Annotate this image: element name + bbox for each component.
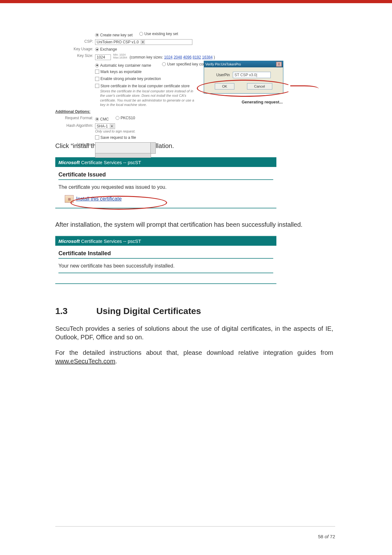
ok-button[interactable]: OK [215,83,234,89]
body-paragraph-1: SecuTech provides a series of solutions … [55,324,333,342]
label-keyusage: Key Usage: [55,47,95,51]
label-keysize: Key Size: [55,53,95,58]
certsvc-box-installed: Microsoft Certificate Services -- pscST … [55,236,276,284]
radio-label: PKCS10 [121,116,135,120]
section-heading: 1.3Using Digital Certificates [55,306,333,316]
certsvc-header: Microsoft Certificate Services -- pscST [55,158,276,167]
radio-label: Create new key set [100,33,133,37]
heading-additional-options: Additional Options: [55,109,333,114]
label-csp: CSP: [55,39,95,44]
keysize-link[interactable]: 16384 [202,55,213,59]
label-userpin: UserPin [216,73,230,77]
section-title: Using Digital Certificates [96,306,201,316]
heading-cert-issued: Certificate Issued [58,171,273,180]
paragraph-instruction-2: After installation, the system will prom… [55,221,333,228]
scrollbar-horizontal[interactable] [95,153,151,158]
radio-cmc[interactable]: CMC [95,117,109,121]
content-area: Create new key set Use existing key set … [55,32,333,373]
certificate-icon: ▦ [65,195,74,203]
radio-exchange[interactable]: Exchange [95,47,117,52]
label-hash: Hash Algorithm: [55,123,95,128]
radio-pkcs10[interactable]: PKCS10 [116,116,135,120]
chevron-down-icon: ▾ [110,124,114,128]
keysize-link[interactable]: 1024 [164,55,173,59]
page-footer: 58 of 72 [318,534,335,539]
checkbox-label: Enable strong private key protection [100,77,161,81]
certsvc-box-issued: Microsoft Certificate Services -- pscST … [55,157,276,208]
radio-create-new-key[interactable]: Create new key set [95,33,133,37]
select-hash[interactable]: SHA-1▾ [95,123,115,129]
close-button[interactable]: X [276,62,282,67]
checkbox-mark-exportable[interactable]: Mark keys as exportable [95,70,142,74]
checkbox-strong-protection[interactable]: Enable strong private key protection [95,77,161,81]
page: Create new key set Use existing key set … [0,0,392,555]
checkbox-label: Store certificate in the local computer … [100,84,190,88]
hash-note: Only used to sign request. [95,129,333,133]
checkbox-local-store[interactable]: Store certificate in the local computer … [95,84,190,88]
keysize-link[interactable]: 2048 [174,55,182,59]
text-cert-installed: Your new certificate has been successful… [58,263,273,273]
dialog-title: Verify Pin:UniTokenPro [205,62,241,66]
cert-request-form: Create new key set Use existing key set … [55,32,333,133]
textarea-attributes[interactable] [95,142,156,154]
select-value: SHA-1 [97,124,108,128]
select-csp[interactable]: UniToken PRO CSP v1.0▾ [95,39,192,45]
radio-label: Exchange [100,47,117,52]
heading-cert-installed: Certificate Installed [58,250,273,259]
checkbox-label: Save request to a file [100,135,136,140]
checkbox-label: Mark keys as exportable [100,70,142,74]
keysize-minmax: Min: 1024 Max:16384 [113,53,127,59]
header-redbar [0,0,392,3]
cancel-button[interactable]: Cancel [247,83,272,89]
scrollbar-vertical[interactable] [150,142,156,154]
footer-rule [55,526,335,527]
keysize-link[interactable]: 4096 [183,55,192,59]
radio-label: CMC [100,117,109,121]
label-attributes: Attributes: [55,142,95,147]
link-esecutech[interactable]: www.eSecuTech.com [55,358,115,365]
link-install-certificate[interactable]: Install this certificate [76,196,122,202]
input-keysize[interactable]: 1024 [95,54,111,60]
keysize-common-prefix: (common key sizes: [130,55,163,59]
body-paragraph-2: For the detailed instructions about that… [55,348,333,366]
close-icon: X [278,63,280,66]
certsvc-header: Microsoft Certificate Services -- pscST [55,237,276,246]
section-number: 1.3 [55,306,96,316]
store-note: Stores the certificate in the local comp… [100,89,195,107]
label-request-format: Request Format: [55,116,95,120]
radio-label: Automatic key container name [100,63,151,68]
chevron-down-icon: ▾ [141,40,145,44]
verify-pin-dialog: Verify Pin:UniTokenPro X UserPin ST CSP … [204,61,283,94]
radio-label: Use existing key set [144,32,178,36]
select-value: UniToken PRO CSP v1.0 [97,40,139,44]
radio-auto-container[interactable]: Automatic key container name [95,63,151,68]
dialog-titlebar[interactable]: Verify Pin:UniTokenPro X [204,61,283,67]
text-cert-issued: The certificate you requested was issued… [58,184,273,190]
input-userpin[interactable]: ST CSP v3.0| [233,72,271,78]
keysize-link[interactable]: 8192 [193,55,201,59]
radio-use-existing-key[interactable]: Use existing key set [139,32,178,36]
checkbox-save-to-file[interactable]: Save request to a file [95,135,136,140]
status-generating: Generating request... [242,100,283,104]
